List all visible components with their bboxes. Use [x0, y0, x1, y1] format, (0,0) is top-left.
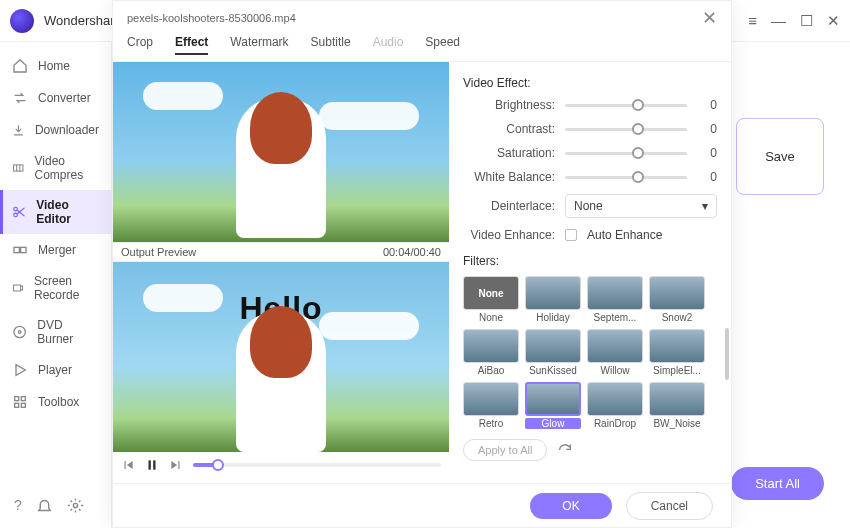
- contrast-slider[interactable]: [565, 128, 687, 131]
- merge-icon: [12, 242, 28, 258]
- filter-thumb: [525, 382, 581, 416]
- sidebar-item-label: Player: [38, 363, 72, 377]
- close-icon[interactable]: ✕: [827, 12, 840, 30]
- maximize-icon[interactable]: ☐: [800, 12, 813, 30]
- svg-rect-0: [14, 165, 23, 171]
- cancel-button[interactable]: Cancel: [626, 492, 713, 520]
- filter-thumb: [649, 382, 705, 416]
- filter-item[interactable]: Holiday: [525, 276, 581, 323]
- modal-filename: pexels-koolshooters-8530006.mp4: [127, 12, 296, 24]
- filter-thumb: [587, 329, 643, 363]
- tab-speed[interactable]: Speed: [425, 35, 460, 55]
- filters-scrollbar[interactable]: [725, 328, 729, 380]
- brightness-label: Brightness:: [463, 98, 555, 112]
- sidebar-item-label: Screen Recorde: [34, 274, 99, 302]
- sidebar-item-converter[interactable]: Converter: [0, 82, 111, 114]
- filter-name: Glow: [525, 418, 581, 429]
- effect-panel: Video Effect: Brightness:0 Contrast:0 Sa…: [449, 62, 731, 483]
- filter-thumb: [649, 329, 705, 363]
- tab-subtitle[interactable]: Subtitle: [311, 35, 351, 55]
- gear-icon[interactable]: [67, 497, 84, 514]
- video-effect-title: Video Effect:: [463, 76, 717, 90]
- brightness-value: 0: [697, 98, 717, 112]
- filter-item[interactable]: Snow2: [649, 276, 705, 323]
- progress-bar[interactable]: [193, 463, 441, 467]
- filter-name: None: [463, 312, 519, 323]
- sidebar-item-dvd[interactable]: DVD Burner: [0, 310, 111, 354]
- sidebar-item-toolbox[interactable]: Toolbox: [0, 386, 111, 418]
- sidebar: Home Converter Downloader Video Compres …: [0, 42, 112, 528]
- sidebar-item-downloader[interactable]: Downloader: [0, 114, 111, 146]
- filter-item[interactable]: Retro: [463, 382, 519, 429]
- saturation-value: 0: [697, 146, 717, 160]
- tab-watermark[interactable]: Watermark: [230, 35, 288, 55]
- help-icon[interactable]: ?: [14, 497, 22, 514]
- filter-name: RainDrop: [587, 418, 643, 429]
- svg-rect-14: [149, 460, 151, 469]
- sidebar-item-label: Merger: [38, 243, 76, 257]
- filter-name: SimpleEl...: [649, 365, 705, 376]
- filter-item[interactable]: Septem...: [587, 276, 643, 323]
- filter-thumb: None: [463, 276, 519, 310]
- filter-item[interactable]: Willow: [587, 329, 643, 376]
- sidebar-item-editor[interactable]: Video Editor: [0, 190, 111, 234]
- filter-thumb: [587, 382, 643, 416]
- ok-button[interactable]: OK: [530, 493, 611, 519]
- svg-rect-12: [21, 403, 25, 407]
- filter-name: Retro: [463, 418, 519, 429]
- brightness-slider[interactable]: [565, 104, 687, 107]
- apply-to-all-button[interactable]: Apply to All: [463, 439, 547, 461]
- sidebar-item-merger[interactable]: Merger: [0, 234, 111, 266]
- bell-icon[interactable]: [36, 497, 53, 514]
- download-icon: [12, 122, 25, 138]
- pause-icon[interactable]: [145, 458, 159, 472]
- editor-modal: pexels-koolshooters-8530006.mp4 ✕ Crop E…: [112, 0, 732, 528]
- contrast-value: 0: [697, 122, 717, 136]
- deinterlace-label: Deinterlace:: [463, 199, 555, 213]
- deinterlace-select[interactable]: None▾: [565, 194, 717, 218]
- start-all-button[interactable]: Start All: [731, 467, 824, 500]
- svg-point-2: [14, 213, 18, 217]
- menu-icon[interactable]: ≡: [748, 12, 757, 30]
- brand-name: Wondershare: [44, 13, 122, 28]
- filter-item[interactable]: NoneNone: [463, 276, 519, 323]
- auto-enhance-checkbox[interactable]: [565, 229, 577, 241]
- filter-name: Septem...: [587, 312, 643, 323]
- filter-item[interactable]: SimpleEl...: [649, 329, 705, 376]
- filter-item[interactable]: BW_Noise: [649, 382, 705, 429]
- sidebar-item-compressor[interactable]: Video Compres: [0, 146, 111, 190]
- sidebar-item-recorder[interactable]: Screen Recorde: [0, 266, 111, 310]
- whitebalance-slider[interactable]: [565, 176, 687, 179]
- player-controls: [113, 452, 449, 478]
- filter-item[interactable]: SunKissed: [525, 329, 581, 376]
- saturation-label: Saturation:: [463, 146, 555, 160]
- sidebar-item-label: Downloader: [35, 123, 99, 137]
- filter-thumb: [649, 276, 705, 310]
- filter-item[interactable]: AiBao: [463, 329, 519, 376]
- saturation-slider[interactable]: [565, 152, 687, 155]
- filter-thumb: [525, 276, 581, 310]
- save-button[interactable]: Save: [765, 149, 795, 164]
- refresh-icon[interactable]: [557, 442, 573, 458]
- next-icon[interactable]: [169, 458, 183, 472]
- whitebalance-value: 0: [697, 170, 717, 184]
- chevron-down-icon: ▾: [702, 199, 708, 213]
- sidebar-item-label: Home: [38, 59, 70, 73]
- home-icon: [12, 58, 28, 74]
- prev-icon[interactable]: [121, 458, 135, 472]
- whitebalance-label: White Balance:: [463, 170, 555, 184]
- svg-point-1: [14, 207, 18, 211]
- modal-close-icon[interactable]: ✕: [702, 7, 717, 29]
- filter-item[interactable]: Glow: [525, 382, 581, 429]
- sidebar-item-player[interactable]: Player: [0, 354, 111, 386]
- tab-effect[interactable]: Effect: [175, 35, 208, 55]
- output-preview: Hello: [113, 262, 449, 452]
- sidebar-item-label: Video Compres: [35, 154, 100, 182]
- svg-rect-3: [14, 247, 19, 252]
- source-preview: [113, 62, 449, 242]
- svg-rect-15: [153, 460, 155, 469]
- sidebar-item-home[interactable]: Home: [0, 50, 111, 82]
- filter-item[interactable]: RainDrop: [587, 382, 643, 429]
- tab-crop[interactable]: Crop: [127, 35, 153, 55]
- minimize-icon[interactable]: —: [771, 12, 786, 30]
